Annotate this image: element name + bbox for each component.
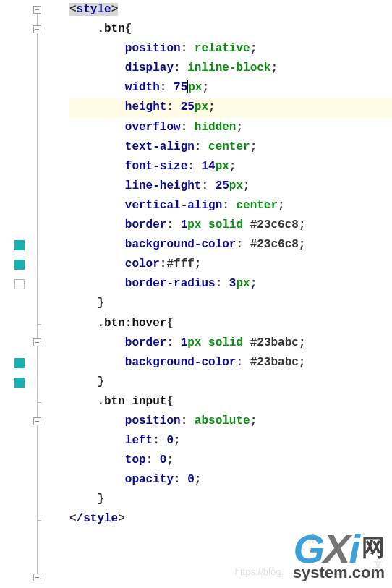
code-line[interactable]: </style> [69,509,392,529]
code-line[interactable]: .btn{ [69,20,392,39]
code-line[interactable]: opacity: 0; [69,470,392,490]
code-line[interactable]: border-radius: 3px; [69,274,392,294]
code-line[interactable]: vertical-align: center; [69,196,392,216]
code-line[interactable]: font-size: 14px; [69,157,392,176]
code-area[interactable]: <style> .btn{ position: relative; displa… [69,0,392,588]
code-line[interactable]: top: 0; [69,451,392,470]
change-marker-icon [14,260,25,270]
code-line[interactable]: .btn:hover{ [69,314,392,333]
code-line[interactable]: color:#fff; [69,255,392,274]
code-line[interactable]: .btn input{ [69,392,392,412]
change-marker-icon [14,358,25,368]
code-line[interactable]: <style> [69,0,392,20]
code-line[interactable]: line-height: 25px; [69,176,392,196]
code-line[interactable]: } [69,294,392,313]
change-marker-icon [14,279,25,289]
code-line[interactable]: left: 0; [69,431,392,451]
code-line[interactable]: display: inline-block; [69,59,392,78]
code-line[interactable]: } [69,372,392,392]
gutter [0,0,69,588]
code-line[interactable]: background-color: #23c6c8; [69,235,392,255]
code-line[interactable]: height: 25px; [69,98,392,117]
change-marker-icon [14,240,25,250]
code-line[interactable]: text-align: center; [69,137,392,157]
code-line[interactable]: overflow: hidden; [69,118,392,137]
code-line[interactable]: position: relative; [69,39,392,59]
code-line[interactable]: background-color: #23babc; [69,353,392,372]
code-line[interactable]: position: absolute; [69,412,392,431]
code-line[interactable]: } [69,490,392,509]
change-marker-icon [14,378,25,388]
code-line[interactable]: border: 1px solid #23c6c8; [69,216,392,235]
code-line[interactable]: width: 75px; [69,78,392,98]
code-editor[interactable]: <style> .btn{ position: relative; displa… [0,0,392,588]
code-line[interactable]: border: 1px solid #23babc; [69,333,392,353]
